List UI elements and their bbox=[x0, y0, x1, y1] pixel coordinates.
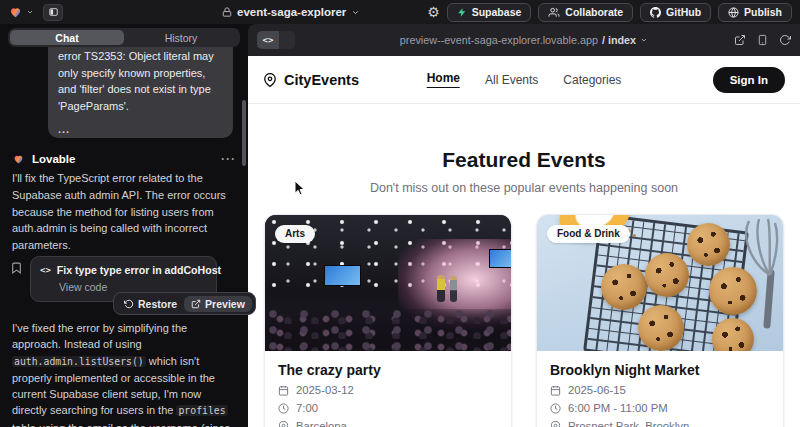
refresh-icon[interactable] bbox=[779, 34, 791, 46]
preview-pane: <> preview--event-saga-explorer.lovable.… bbox=[248, 24, 800, 427]
mobile-view-icon[interactable] bbox=[757, 34, 768, 46]
category-badge: Food & Drink bbox=[547, 225, 630, 243]
user-message-bubble: error TS2353: Object literal may only sp… bbox=[48, 32, 233, 138]
message-menu-button[interactable]: ··· bbox=[221, 152, 236, 166]
event-date: 2025-06-15 bbox=[568, 384, 626, 396]
event-image: Food & Drink bbox=[537, 215, 783, 351]
project-name: event-saga-explorer bbox=[237, 6, 346, 18]
event-card[interactable]: Arts The crazy party 2025-03-12 bbox=[264, 214, 512, 427]
map-pin-icon bbox=[263, 73, 277, 87]
event-time: 7:00 bbox=[296, 402, 318, 414]
assistant-header: Lovable ··· bbox=[12, 152, 236, 166]
message-truncation-ellipsis: ... bbox=[58, 121, 223, 138]
whisk-graphic bbox=[733, 217, 779, 329]
user-error-text: error TS2353: Object literal may only sp… bbox=[58, 48, 223, 114]
assistant-paragraph: I've fixed the error by simplifying the … bbox=[12, 320, 239, 427]
chat-scrollbar-thumb[interactable] bbox=[242, 100, 246, 166]
preview-url-path: / index bbox=[602, 34, 636, 46]
nav-categories[interactable]: Categories bbox=[563, 73, 621, 87]
lovable-logo-menu[interactable] bbox=[8, 5, 34, 19]
event-title: Brooklyn Night Market bbox=[550, 362, 770, 378]
publish-button[interactable]: Publish bbox=[718, 3, 792, 22]
lock-icon bbox=[222, 7, 232, 17]
chat-panel: error TS2353: Object literal may only sp… bbox=[0, 24, 248, 427]
assistant-paragraph: I'll fix the TypeScript error related to… bbox=[12, 170, 235, 254]
section-subtitle: Don't miss out on these popular events h… bbox=[248, 181, 800, 195]
event-date: 2025-03-12 bbox=[296, 384, 354, 396]
section-title: Featured Events bbox=[248, 148, 800, 172]
map-pin-icon bbox=[550, 421, 561, 427]
github-icon bbox=[650, 7, 661, 18]
mouse-cursor bbox=[294, 181, 306, 197]
supabase-bolt-icon bbox=[457, 7, 467, 18]
clock-icon bbox=[278, 403, 289, 414]
clock-icon bbox=[550, 403, 561, 414]
category-badge: Arts bbox=[275, 225, 315, 243]
tab-history[interactable]: History bbox=[124, 30, 238, 45]
users-icon bbox=[548, 7, 560, 18]
site-header: CityEvents Home All Events Categories Si… bbox=[248, 56, 800, 104]
event-card[interactable]: Food & Drink Brooklyn Night Market 2025-… bbox=[536, 214, 784, 427]
site-brand[interactable]: CityEvents bbox=[263, 72, 359, 88]
event-time-row: 6:00 PM - 11:00 PM bbox=[550, 402, 770, 414]
featured-events-grid: Arts The crazy party 2025-03-12 bbox=[248, 214, 800, 427]
event-date-row: 2025-03-12 bbox=[278, 384, 498, 396]
github-button[interactable]: GitHub bbox=[640, 3, 711, 22]
map-pin-icon bbox=[278, 421, 289, 427]
panel-left-icon bbox=[48, 7, 59, 17]
restore-button[interactable]: Restore bbox=[117, 296, 184, 312]
event-location: Barcelona bbox=[296, 420, 347, 427]
project-switcher[interactable]: event-saga-explorer bbox=[222, 0, 360, 24]
bookmark-icon[interactable] bbox=[10, 261, 23, 275]
collaborate-button[interactable]: Collaborate bbox=[538, 3, 633, 22]
event-image: Arts bbox=[265, 215, 511, 351]
settings-gear-button[interactable]: ⚙ bbox=[427, 5, 440, 19]
tab-chat[interactable]: Chat bbox=[10, 30, 124, 45]
main-topbar: event-saga-explorer ⚙ Supabase Collabora… bbox=[0, 0, 800, 24]
calendar-icon bbox=[550, 385, 561, 396]
chevron-down-icon bbox=[26, 8, 34, 16]
app-window: event-saga-explorer ⚙ Supabase Collabora… bbox=[0, 0, 800, 427]
nav-home[interactable]: Home bbox=[427, 71, 460, 88]
site-nav: Home All Events Categories bbox=[427, 71, 622, 88]
event-time: 6:00 PM - 11:00 PM bbox=[568, 402, 668, 414]
supabase-button[interactable]: Supabase bbox=[447, 3, 532, 22]
preview-url-host: preview--event-saga-explorer.lovable.app bbox=[400, 34, 598, 46]
chevron-down-icon bbox=[351, 8, 360, 17]
chat-history-tabs: Chat History bbox=[8, 28, 240, 47]
calendar-icon bbox=[278, 385, 289, 396]
sign-in-button[interactable]: Sign In bbox=[713, 67, 785, 93]
toggle-sidebar-button[interactable] bbox=[43, 4, 63, 21]
event-title: The crazy party bbox=[278, 362, 498, 378]
nav-all-events[interactable]: All Events bbox=[485, 73, 538, 87]
code-icon: <> bbox=[257, 31, 279, 49]
event-location-row: Prospect Park, Brooklyn bbox=[550, 420, 770, 427]
preview-button[interactable]: Preview bbox=[184, 296, 252, 312]
code-view-toggle[interactable]: <> bbox=[257, 31, 295, 49]
event-location: Prospect Park, Brooklyn bbox=[568, 420, 689, 427]
preview-site: CityEvents Home All Events Categories Si… bbox=[248, 56, 800, 427]
version-actions: Restore Preview bbox=[113, 292, 256, 315]
preview-toolbar: <> preview--event-saga-explorer.lovable.… bbox=[248, 24, 800, 56]
event-time-row: 7:00 bbox=[278, 402, 498, 414]
code-change-title: Fix type type error in addCoHost bbox=[57, 264, 221, 276]
assistant-name: Lovable bbox=[32, 153, 75, 165]
chevron-down-icon bbox=[640, 36, 648, 44]
open-in-new-tab-icon[interactable] bbox=[734, 34, 746, 46]
external-link-icon bbox=[191, 299, 201, 309]
event-date-row: 2025-06-15 bbox=[550, 384, 770, 396]
event-location-row: Barcelona bbox=[278, 420, 498, 427]
lovable-heart-icon bbox=[12, 153, 25, 165]
preview-url-bar[interactable]: preview--event-saga-explorer.lovable.app… bbox=[400, 34, 648, 46]
globe-icon bbox=[728, 7, 739, 18]
code-icon: <> bbox=[40, 265, 51, 275]
restore-icon bbox=[124, 299, 134, 309]
toggle-knob bbox=[279, 31, 295, 49]
lovable-heart-icon bbox=[8, 5, 23, 19]
